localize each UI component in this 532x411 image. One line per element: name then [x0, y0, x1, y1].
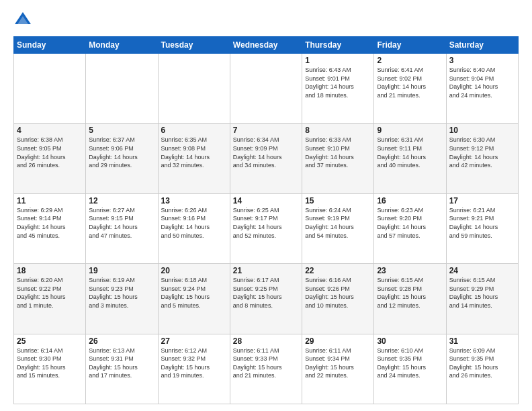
- day-number: 4: [17, 126, 83, 135]
- calendar-cell: 5Sunrise: 6:37 AM Sunset: 9:06 PM Daylig…: [86, 124, 158, 193]
- week-row-3: 11Sunrise: 6:29 AM Sunset: 9:14 PM Dayli…: [14, 193, 519, 263]
- day-number: 16: [377, 196, 443, 205]
- calendar-cell: 27Sunrise: 6:12 AM Sunset: 9:32 PM Dayli…: [158, 334, 230, 404]
- header: [13, 11, 519, 30]
- day-number: 15: [305, 196, 371, 205]
- week-row-1: 1Sunrise: 6:43 AM Sunset: 9:01 PM Daylig…: [14, 54, 519, 124]
- week-row-2: 4Sunrise: 6:38 AM Sunset: 9:05 PM Daylig…: [14, 124, 519, 193]
- day-info: Sunrise: 6:34 AM Sunset: 9:09 PM Dayligh…: [233, 136, 299, 169]
- day-number: 3: [449, 56, 515, 65]
- day-number: 29: [305, 336, 371, 346]
- calendar-cell: 24Sunrise: 6:15 AM Sunset: 9:29 PM Dayli…: [446, 264, 518, 334]
- day-number: 8: [305, 126, 371, 135]
- calendar-cell: 28Sunrise: 6:11 AM Sunset: 9:33 PM Dayli…: [230, 334, 302, 404]
- calendar-cell: 12Sunrise: 6:27 AM Sunset: 9:15 PM Dayli…: [86, 193, 158, 263]
- day-info: Sunrise: 6:18 AM Sunset: 9:24 PM Dayligh…: [161, 276, 227, 310]
- calendar-cell: [230, 54, 302, 124]
- calendar-cell: 11Sunrise: 6:29 AM Sunset: 9:14 PM Dayli…: [14, 193, 86, 263]
- day-number: 6: [161, 126, 227, 135]
- day-info: Sunrise: 6:30 AM Sunset: 9:12 PM Dayligh…: [449, 136, 515, 169]
- day-number: 22: [305, 266, 371, 275]
- calendar-cell: 21Sunrise: 6:17 AM Sunset: 9:25 PM Dayli…: [230, 264, 302, 334]
- calendar-cell: 1Sunrise: 6:43 AM Sunset: 9:01 PM Daylig…: [302, 54, 374, 124]
- day-info: Sunrise: 6:17 AM Sunset: 9:25 PM Dayligh…: [233, 276, 299, 310]
- calendar-cell: 14Sunrise: 6:25 AM Sunset: 9:17 PM Dayli…: [230, 193, 302, 263]
- day-info: Sunrise: 6:29 AM Sunset: 9:14 PM Dayligh…: [17, 206, 83, 240]
- day-number: 20: [161, 266, 227, 275]
- calendar-header-row: SundayMondayTuesdayWednesdayThursdayFrid…: [14, 37, 519, 54]
- day-number: 5: [89, 126, 154, 135]
- day-info: Sunrise: 6:24 AM Sunset: 9:19 PM Dayligh…: [305, 206, 371, 240]
- calendar-cell: 15Sunrise: 6:24 AM Sunset: 9:19 PM Dayli…: [302, 193, 374, 263]
- calendar-cell: 6Sunrise: 6:35 AM Sunset: 9:08 PM Daylig…: [158, 124, 230, 193]
- col-header-thursday: Thursday: [302, 37, 374, 54]
- day-number: 10: [449, 126, 515, 135]
- calendar-cell: 22Sunrise: 6:16 AM Sunset: 9:26 PM Dayli…: [302, 264, 374, 334]
- day-number: 17: [449, 196, 515, 205]
- calendar-cell: 26Sunrise: 6:13 AM Sunset: 9:31 PM Dayli…: [86, 334, 158, 404]
- calendar-cell: 4Sunrise: 6:38 AM Sunset: 9:05 PM Daylig…: [14, 124, 86, 193]
- calendar-cell: 29Sunrise: 6:11 AM Sunset: 9:34 PM Dayli…: [302, 334, 374, 404]
- day-number: 2: [377, 56, 443, 65]
- day-number: 30: [377, 336, 443, 346]
- day-number: 13: [161, 196, 227, 205]
- day-info: Sunrise: 6:21 AM Sunset: 9:21 PM Dayligh…: [449, 206, 515, 240]
- calendar-cell: 7Sunrise: 6:34 AM Sunset: 9:09 PM Daylig…: [230, 124, 302, 193]
- day-info: Sunrise: 6:20 AM Sunset: 9:22 PM Dayligh…: [17, 276, 83, 310]
- day-info: Sunrise: 6:15 AM Sunset: 9:28 PM Dayligh…: [377, 276, 443, 310]
- calendar-cell: 30Sunrise: 6:10 AM Sunset: 9:35 PM Dayli…: [374, 334, 446, 404]
- day-number: 1: [305, 56, 371, 65]
- day-info: Sunrise: 6:11 AM Sunset: 9:33 PM Dayligh…: [233, 347, 299, 380]
- logo-icon: [13, 11, 32, 30]
- day-info: Sunrise: 6:11 AM Sunset: 9:34 PM Dayligh…: [305, 347, 371, 380]
- calendar-cell: 10Sunrise: 6:30 AM Sunset: 9:12 PM Dayli…: [446, 124, 518, 193]
- calendar-cell: [86, 54, 158, 124]
- day-info: Sunrise: 6:23 AM Sunset: 9:20 PM Dayligh…: [377, 206, 443, 240]
- page: SundayMondayTuesdayWednesdayThursdayFrid…: [0, 0, 532, 411]
- calendar-cell: 31Sunrise: 6:09 AM Sunset: 9:35 PM Dayli…: [446, 334, 518, 404]
- day-info: Sunrise: 6:16 AM Sunset: 9:26 PM Dayligh…: [305, 276, 371, 310]
- calendar-cell: 25Sunrise: 6:14 AM Sunset: 9:30 PM Dayli…: [14, 334, 86, 404]
- logo: [13, 11, 35, 30]
- day-number: 21: [233, 266, 299, 275]
- col-header-sunday: Sunday: [14, 37, 86, 54]
- day-info: Sunrise: 6:25 AM Sunset: 9:17 PM Dayligh…: [233, 206, 299, 240]
- day-number: 24: [449, 266, 515, 275]
- day-info: Sunrise: 6:15 AM Sunset: 9:29 PM Dayligh…: [449, 276, 515, 310]
- calendar-cell: 20Sunrise: 6:18 AM Sunset: 9:24 PM Dayli…: [158, 264, 230, 334]
- day-number: 11: [17, 196, 83, 205]
- day-number: 9: [377, 126, 443, 135]
- day-info: Sunrise: 6:14 AM Sunset: 9:30 PM Dayligh…: [17, 347, 83, 380]
- day-info: Sunrise: 6:31 AM Sunset: 9:11 PM Dayligh…: [377, 136, 443, 169]
- day-info: Sunrise: 6:38 AM Sunset: 9:05 PM Dayligh…: [17, 136, 83, 169]
- day-info: Sunrise: 6:19 AM Sunset: 9:23 PM Dayligh…: [89, 276, 154, 310]
- day-number: 19: [89, 266, 154, 275]
- calendar-table: SundayMondayTuesdayWednesdayThursdayFrid…: [13, 36, 519, 404]
- col-header-saturday: Saturday: [446, 37, 518, 54]
- day-info: Sunrise: 6:12 AM Sunset: 9:32 PM Dayligh…: [161, 347, 227, 380]
- col-header-wednesday: Wednesday: [230, 37, 302, 54]
- day-number: 14: [233, 196, 299, 205]
- calendar-cell: 13Sunrise: 6:26 AM Sunset: 9:16 PM Dayli…: [158, 193, 230, 263]
- day-info: Sunrise: 6:37 AM Sunset: 9:06 PM Dayligh…: [89, 136, 154, 169]
- day-info: Sunrise: 6:09 AM Sunset: 9:35 PM Dayligh…: [449, 347, 515, 380]
- day-info: Sunrise: 6:26 AM Sunset: 9:16 PM Dayligh…: [161, 206, 227, 240]
- day-number: 23: [377, 266, 443, 275]
- calendar-cell: 16Sunrise: 6:23 AM Sunset: 9:20 PM Dayli…: [374, 193, 446, 263]
- day-number: 31: [449, 336, 515, 346]
- col-header-monday: Monday: [86, 37, 158, 54]
- calendar-cell: 23Sunrise: 6:15 AM Sunset: 9:28 PM Dayli…: [374, 264, 446, 334]
- col-header-tuesday: Tuesday: [158, 37, 230, 54]
- week-row-5: 25Sunrise: 6:14 AM Sunset: 9:30 PM Dayli…: [14, 334, 519, 404]
- col-header-friday: Friday: [374, 37, 446, 54]
- calendar-cell: 9Sunrise: 6:31 AM Sunset: 9:11 PM Daylig…: [374, 124, 446, 193]
- day-info: Sunrise: 6:41 AM Sunset: 9:02 PM Dayligh…: [377, 66, 443, 99]
- calendar-cell: [158, 54, 230, 124]
- day-info: Sunrise: 6:40 AM Sunset: 9:04 PM Dayligh…: [449, 66, 515, 99]
- day-number: 27: [161, 336, 227, 346]
- week-row-4: 18Sunrise: 6:20 AM Sunset: 9:22 PM Dayli…: [14, 264, 519, 334]
- day-info: Sunrise: 6:43 AM Sunset: 9:01 PM Dayligh…: [305, 66, 371, 99]
- calendar-cell: 19Sunrise: 6:19 AM Sunset: 9:23 PM Dayli…: [86, 264, 158, 334]
- calendar-cell: 2Sunrise: 6:41 AM Sunset: 9:02 PM Daylig…: [374, 54, 446, 124]
- day-number: 26: [89, 336, 154, 346]
